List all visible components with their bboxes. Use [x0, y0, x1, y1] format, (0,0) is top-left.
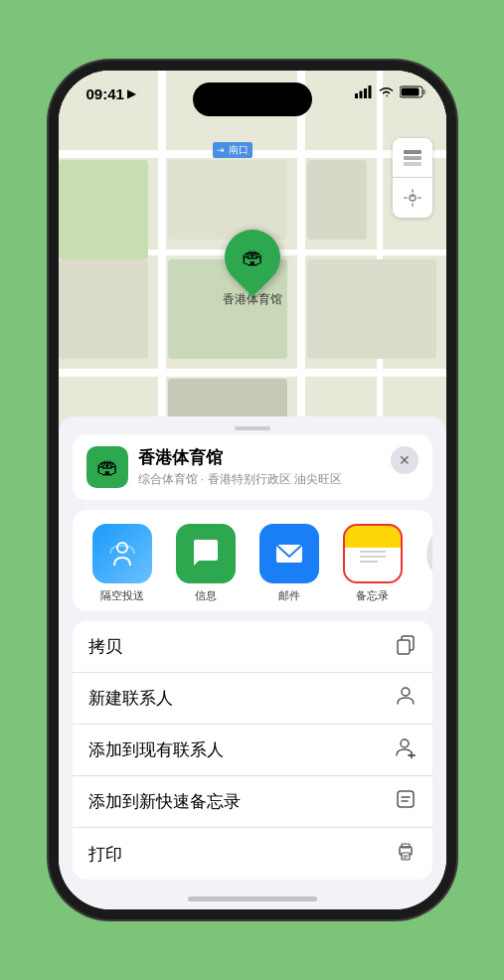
svg-rect-3 — [368, 85, 371, 98]
location-subtitle: 综合体育馆 · 香港特别行政区 油尖旺区 — [138, 471, 419, 488]
map-block — [59, 259, 148, 359]
copy-icon-graphic — [395, 633, 417, 655]
svg-rect-2 — [364, 88, 367, 98]
action-print[interactable]: 打印 — [73, 828, 432, 880]
share-app-messages[interactable]: 信息 — [166, 524, 246, 603]
airdrop-graphic — [106, 538, 138, 570]
svg-point-11 — [117, 543, 127, 553]
location-header: 🏟 香港体育馆 综合体育馆 · 香港特别行政区 油尖旺区 ✕ — [73, 434, 432, 500]
action-quick-note[interactable]: 添加到新快速备忘录 — [73, 776, 432, 828]
location-arrow-icon: ▶ — [127, 87, 135, 100]
new-contact-label: 新建联系人 — [88, 687, 173, 710]
share-app-airdrop[interactable]: 隔空投送 — [83, 524, 162, 603]
svg-rect-6 — [401, 88, 419, 96]
action-copy[interactable]: 拷贝 — [73, 621, 432, 673]
share-app-more[interactable]: 推 — [417, 524, 432, 603]
printer-icon-graphic — [395, 841, 417, 863]
map-controls — [393, 138, 432, 218]
mail-graphic — [272, 537, 306, 571]
dynamic-island — [193, 82, 312, 116]
map-layers-icon — [402, 147, 423, 169]
map-block — [307, 160, 367, 240]
stadium-emoji: 🏟 — [242, 245, 263, 270]
stadium-pin-icon: 🏟 — [213, 218, 291, 296]
phone-frame: 09:41 ▶ — [59, 71, 446, 909]
road — [59, 369, 446, 377]
svg-rect-25 — [398, 791, 414, 807]
copy-label: 拷贝 — [88, 635, 122, 658]
location-button[interactable] — [393, 178, 432, 218]
print-label: 打印 — [88, 843, 122, 866]
svg-rect-15 — [360, 561, 378, 563]
quick-note-label: 添加到新快速备忘录 — [88, 790, 241, 813]
map-park — [59, 160, 148, 259]
location-name: 香港体育馆 — [138, 446, 419, 469]
person-icon-graphic — [395, 685, 417, 707]
action-add-contact[interactable]: 添加到现有联系人 — [73, 725, 432, 776]
svg-rect-0 — [355, 93, 358, 98]
add-contact-icon — [395, 736, 417, 763]
mail-icon — [259, 524, 319, 583]
svg-rect-14 — [360, 556, 386, 558]
action-new-contact[interactable]: 新建联系人 — [73, 673, 432, 725]
svg-point-22 — [401, 739, 409, 747]
svg-rect-9 — [404, 162, 421, 166]
mail-label: 邮件 — [278, 588, 300, 603]
handle-bar — [235, 426, 270, 430]
airdrop-icon — [92, 524, 152, 583]
notes-icon — [343, 524, 403, 583]
compass-icon — [403, 188, 422, 208]
new-contact-icon — [395, 685, 417, 712]
home-indicator — [188, 897, 317, 901]
messages-label: 信息 — [195, 588, 217, 603]
battery-icon — [400, 85, 426, 98]
action-list: 拷贝 新建联系人 添加到现有联系人 — [73, 621, 432, 880]
wifi-icon — [378, 85, 395, 98]
stadium-pin[interactable]: 🏟 香港体育馆 — [223, 230, 282, 308]
svg-point-21 — [402, 688, 410, 696]
svg-rect-13 — [360, 551, 386, 553]
sheet-handle — [59, 416, 446, 434]
map-block — [307, 259, 436, 359]
location-info: 香港体育馆 综合体育馆 · 香港特别行政区 油尖旺区 — [138, 446, 419, 488]
location-icon: 🏟 — [86, 446, 128, 488]
status-time: 09:41 ▶ — [86, 85, 135, 102]
map-block — [168, 160, 287, 240]
copy-icon — [395, 633, 417, 660]
messages-graphic — [189, 537, 223, 571]
svg-rect-8 — [404, 156, 421, 160]
add-contact-label: 添加到现有联系人 — [88, 738, 224, 761]
stadium-icon: 🏟 — [96, 454, 118, 480]
svg-rect-1 — [359, 91, 362, 99]
more-dots-wrap: 推 — [426, 524, 432, 603]
notes-graphic — [356, 537, 390, 571]
print-icon — [395, 841, 417, 868]
quick-note-icon — [395, 788, 417, 815]
more-dots-icon — [426, 524, 432, 583]
share-apps-container: 隔空投送 信息 — [73, 510, 432, 611]
notes-label: 备忘录 — [356, 588, 389, 603]
svg-rect-7 — [404, 150, 421, 154]
svg-rect-5 — [422, 89, 425, 94]
svg-rect-20 — [398, 640, 410, 654]
signal-icon — [355, 85, 373, 98]
svg-rect-29 — [402, 844, 410, 848]
close-button[interactable]: ✕ — [391, 446, 419, 474]
map-type-button[interactable] — [393, 138, 432, 178]
share-apps-row: 隔空投送 信息 — [73, 524, 432, 603]
messages-icon — [176, 524, 236, 583]
add-person-icon-graphic — [395, 736, 417, 758]
bottom-sheet: 🏟 香港体育馆 综合体育馆 · 香港特别行政区 油尖旺区 ✕ — [59, 416, 446, 909]
south-gate-label: ⇥ 南口 — [213, 142, 253, 158]
share-app-mail[interactable]: 邮件 — [250, 524, 329, 603]
status-icons — [355, 85, 426, 98]
note-icon-graphic — [395, 788, 417, 810]
airdrop-label: 隔空投送 — [100, 588, 144, 603]
share-app-notes[interactable]: 备忘录 — [333, 524, 413, 603]
